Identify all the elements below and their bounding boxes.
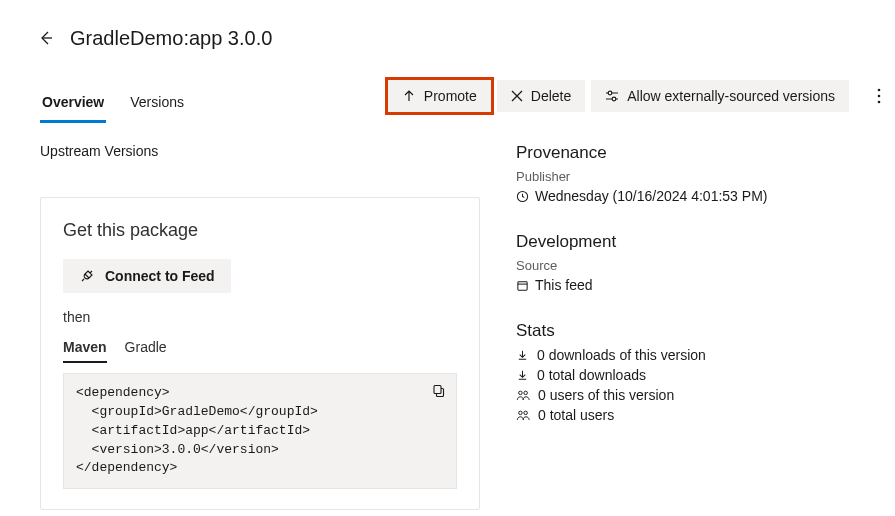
copy-icon xyxy=(432,384,446,398)
download-icon xyxy=(516,349,529,362)
source-label: Source xyxy=(516,258,895,273)
svg-point-11 xyxy=(519,411,523,415)
then-label: then xyxy=(63,309,457,325)
tab-overview[interactable]: Overview xyxy=(40,88,106,123)
svg-rect-6 xyxy=(434,386,441,394)
stats-section: Stats 0 downloads of this version 0 tota… xyxy=(516,321,895,423)
code-tab-maven[interactable]: Maven xyxy=(63,339,107,363)
tab-versions[interactable]: Versions xyxy=(128,88,186,123)
plug-icon xyxy=(79,268,95,284)
copy-snippet-button[interactable] xyxy=(428,380,450,402)
arrow-up-icon xyxy=(402,89,416,103)
delete-label: Delete xyxy=(531,88,571,104)
get-package-card: Get this package Connect to Feed then Ma… xyxy=(40,197,480,510)
development-title: Development xyxy=(516,232,895,252)
provenance-section: Provenance Publisher Wednesday (10/16/20… xyxy=(516,143,895,204)
svg-point-0 xyxy=(608,91,612,95)
more-actions-button[interactable] xyxy=(863,80,895,112)
stat-users-version: 0 users of this version xyxy=(538,387,674,403)
users-icon xyxy=(516,409,530,422)
delete-button[interactable]: Delete xyxy=(497,80,585,112)
main-tabs: Overview Versions xyxy=(40,88,186,123)
connect-to-feed-button[interactable]: Connect to Feed xyxy=(63,259,231,293)
stat-users-total: 0 total users xyxy=(538,407,614,423)
snippet-text: <dependency> <groupId>GradleDemo</groupI… xyxy=(76,385,318,475)
svg-point-1 xyxy=(612,97,616,101)
stat-downloads-total: 0 total downloads xyxy=(537,367,646,383)
svg-point-2 xyxy=(878,89,881,92)
svg-rect-8 xyxy=(518,281,527,289)
arrow-left-icon xyxy=(38,30,54,46)
code-tabs: Maven Gradle xyxy=(63,339,457,363)
promote-label: Promote xyxy=(424,88,477,104)
upstream-versions-heading: Upstream Versions xyxy=(40,143,480,159)
allow-external-label: Allow externally-sourced versions xyxy=(627,88,835,104)
code-tab-gradle[interactable]: Gradle xyxy=(125,339,167,363)
published-timestamp: Wednesday (10/16/2024 4:01:53 PM) xyxy=(535,188,767,204)
svg-point-12 xyxy=(524,411,528,415)
stat-downloads-version: 0 downloads of this version xyxy=(537,347,706,363)
svg-point-10 xyxy=(524,391,528,395)
close-icon xyxy=(511,90,523,102)
svg-point-4 xyxy=(878,101,881,104)
provenance-title: Provenance xyxy=(516,143,895,163)
feed-icon xyxy=(516,279,529,292)
publisher-label: Publisher xyxy=(516,169,895,184)
sliders-icon xyxy=(605,89,619,103)
connect-label: Connect to Feed xyxy=(105,268,215,284)
back-button[interactable] xyxy=(32,24,60,52)
svg-point-9 xyxy=(519,391,523,395)
promote-button[interactable]: Promote xyxy=(388,80,491,112)
download-icon xyxy=(516,369,529,382)
more-vertical-icon xyxy=(877,88,881,104)
get-package-title: Get this package xyxy=(63,220,457,241)
users-icon xyxy=(516,389,530,402)
svg-point-3 xyxy=(878,95,881,98)
clock-icon xyxy=(516,190,529,203)
development-section: Development Source This feed xyxy=(516,232,895,293)
source-value: This feed xyxy=(535,277,593,293)
dependency-snippet: <dependency> <groupId>GradleDemo</groupI… xyxy=(63,373,457,489)
allow-external-button[interactable]: Allow externally-sourced versions xyxy=(591,80,849,112)
stats-title: Stats xyxy=(516,321,895,341)
page-title: GradleDemo:app 3.0.0 xyxy=(70,27,272,50)
